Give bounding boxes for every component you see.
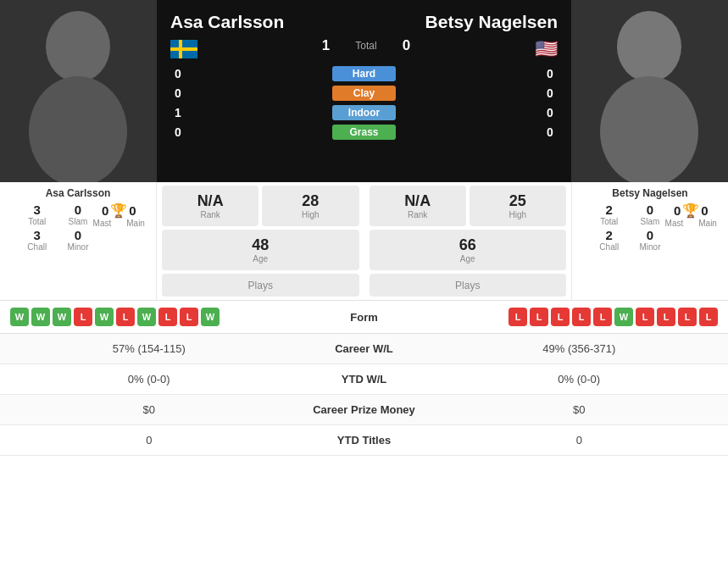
right-flag-icon: 🇺🇸: [535, 38, 558, 60]
form-label: Form: [288, 311, 441, 324]
left-total-lbl: Total: [28, 217, 46, 226]
left-age-lbl: Age: [170, 254, 351, 264]
top-section: Asa Carlsson Betsy Nagelsen 1 Total 0 🇺🇸: [0, 0, 728, 182]
right-high-lbl: High: [478, 210, 558, 219]
right-chall-val: 2: [606, 228, 613, 242]
row-center-1: YTD W/L: [288, 373, 441, 386]
right-stats-name: Betsy Nagelsen: [579, 187, 721, 199]
total-left: 1: [322, 37, 330, 54]
right-minor-col: 0 Minor: [639, 228, 660, 252]
row-center-3: YTD Titles: [288, 434, 441, 447]
left-high-val: 28: [270, 192, 350, 210]
form-badge-w: W: [201, 308, 220, 326]
form-badge-l: L: [530, 308, 548, 326]
form-badge-w: W: [53, 308, 71, 326]
left-plays-lbl: Plays: [248, 280, 273, 291]
left-form: WWWLWLWLLW: [10, 308, 288, 326]
right-rank-card: N/A Rank: [370, 186, 466, 226]
left-age-val: 48: [170, 236, 351, 254]
grass-right: 0: [542, 125, 558, 139]
row-center-2: Career Prize Money: [288, 403, 441, 416]
row-right-0: 49% (356-371): [441, 342, 719, 355]
svg-point-3: [600, 76, 698, 182]
form-badge-l: L: [180, 308, 198, 326]
right-slam-val: 0: [647, 203, 653, 217]
left-stats-name: Asa Carlsson: [7, 187, 149, 199]
hard-left: 0: [170, 67, 186, 80]
right-plays-lbl: Plays: [455, 280, 480, 291]
row-left-1: 0% (0-0): [10, 373, 288, 386]
left-stats-grid: 3 Total 0 Slam 0 🏆 0 Mast Main: [7, 203, 149, 252]
left-high-card: 28 High: [262, 186, 358, 226]
right-silhouette: [571, 0, 728, 182]
right-high-val: 25: [478, 192, 558, 210]
names-row: Asa Carlsson Betsy Nagelsen: [157, 0, 571, 37]
right-player-photo: [571, 0, 728, 182]
left-minor-lbl: Minor: [67, 242, 88, 252]
right-high-card: 25 High: [470, 186, 566, 226]
right-age-lbl: Age: [378, 254, 559, 264]
right-form: LLLLLWLLLL: [441, 308, 719, 326]
left-chall-val: 3: [34, 228, 41, 242]
right-plays-card: Plays: [370, 274, 567, 297]
form-badge-l: L: [158, 308, 177, 326]
form-badge-l: L: [678, 308, 697, 326]
form-badge-w: W: [31, 308, 50, 326]
right-total-col: 2 Total: [579, 203, 639, 228]
data-row-3: 0YTD Titles0: [0, 425, 728, 456]
form-badge-l: L: [699, 308, 718, 326]
form-badge-l: L: [593, 308, 612, 326]
right-main-val: 0: [701, 203, 708, 218]
data-row-2: $0Career Prize Money$0: [0, 395, 728, 425]
form-badge-l: L: [551, 308, 570, 326]
right-minor-val: 0: [647, 228, 653, 242]
left-rank-high-row: N/A Rank 28 High: [162, 186, 359, 226]
svg-point-0: [46, 11, 110, 82]
form-badge-l: L: [636, 308, 654, 326]
right-main-lbl: Main: [698, 219, 717, 228]
right-chall-lbl: Chall: [599, 242, 619, 252]
right-stats-panel: Betsy Nagelsen 2 Total 0 Slam 0 🏆 0: [571, 182, 728, 300]
right-rank-high-row: N/A Rank 25 High: [370, 186, 567, 226]
data-row-1: 0% (0-0)YTD W/L0% (0-0): [0, 364, 728, 395]
left-slam-lbl: Slam: [69, 217, 88, 226]
left-rank-card: N/A Rank: [162, 186, 258, 226]
grass-badge: Grass: [332, 125, 396, 140]
right-minor-lbl: Minor: [639, 242, 660, 252]
right-slam-col: 0 Slam: [639, 203, 660, 228]
surface-rows: 0 Hard 0 0 Clay 0 1 Indoor 0 0 Grass: [157, 66, 571, 140]
right-center-cards: N/A Rank 25 High 66 Age Plays: [364, 182, 572, 300]
indoor-right: 0: [542, 106, 558, 119]
form-badge-l: L: [508, 308, 527, 326]
clay-right: 0: [542, 86, 558, 100]
grass-left: 0: [170, 125, 186, 139]
left-trophy-icon: 🏆: [110, 203, 127, 219]
form-badge-l: L: [657, 308, 675, 326]
right-age-card: 66 Age: [370, 230, 567, 270]
total-label: Total: [355, 40, 376, 52]
form-badge-w: W: [614, 308, 633, 326]
total-scores: 1 Total 0: [322, 37, 410, 54]
svg-point-2: [617, 11, 681, 82]
form-badge-l: L: [116, 308, 135, 326]
right-total-val: 2: [606, 203, 613, 217]
indoor-badge: Indoor: [332, 105, 396, 120]
form-badge-w: W: [95, 308, 114, 326]
clay-left: 0: [170, 86, 186, 100]
form-badge-w: W: [137, 308, 156, 326]
left-rank-lbl: Rank: [170, 210, 250, 219]
left-stats-panel: Asa Carlsson 3 Total 0 Slam 0 🏆 0: [0, 182, 157, 300]
stats-section: Asa Carlsson 3 Total 0 Slam 0 🏆 0: [0, 182, 728, 301]
app-container: Asa Carlsson Betsy Nagelsen 1 Total 0 🇺🇸: [0, 0, 728, 456]
left-mast-trophy-col: 0 🏆 0 Mast Main: [89, 203, 150, 228]
left-slam-val: 0: [75, 203, 81, 217]
clay-badge: Clay: [332, 86, 396, 101]
left-rank-val: N/A: [170, 192, 250, 210]
hard-right: 0: [542, 67, 558, 80]
right-trophy-icon: 🏆: [682, 203, 699, 219]
right-chall-col: 2 Chall: [579, 228, 639, 252]
data-row-0: 57% (154-115)Career W/L49% (356-371): [0, 334, 728, 364]
left-main-lbl: Main: [126, 219, 145, 228]
left-chall-col: 3 Chall: [7, 228, 67, 252]
flags-row: 1 Total 0 🇺🇸: [157, 37, 571, 66]
